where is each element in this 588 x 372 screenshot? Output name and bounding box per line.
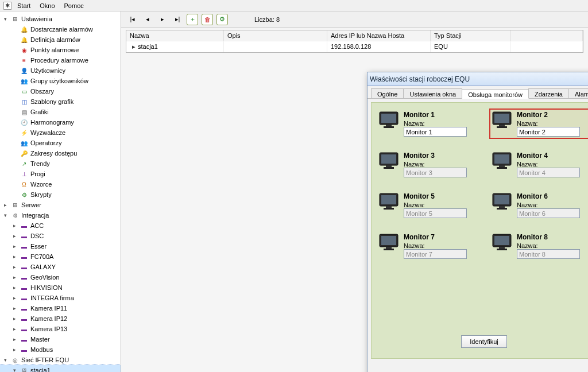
svg-rect-1 (381, 114, 396, 123)
twisty-icon[interactable]: ▸ (11, 243, 18, 250)
tree-item[interactable]: ↗Trendy (0, 158, 121, 169)
tree-item[interactable]: ΩWzorce (0, 179, 121, 189)
tree-sidebar[interactable]: ▾ 🖥 Ustawienia 🔔Dostarczanie alarmów🔔Def… (0, 11, 121, 372)
tree-ustawienia[interactable]: ▾ 🖥 Ustawienia (0, 14, 121, 24)
nav-last-button[interactable]: ▸| (172, 14, 183, 25)
tab-ustawienia-okna[interactable]: Ustawienia okna (403, 88, 462, 98)
monitor-3[interactable]: Monitor 3 Nazwa: (376, 149, 479, 180)
monitor-5[interactable]: Monitor 5 Nazwa: (376, 190, 479, 220)
tree-item[interactable]: ⊥Progi (0, 169, 121, 179)
tree-item[interactable]: ⚙Skrypty (0, 189, 121, 200)
tree-item[interactable]: 🔔Definicja alarmów (0, 34, 121, 45)
tree-item[interactable]: 👤Użytkownicy (0, 65, 121, 76)
tab-obsluga-monitorow[interactable]: Obsługa monitorów (462, 89, 529, 99)
monitor-name-input (517, 168, 580, 177)
twisty-icon[interactable]: ▸ (11, 316, 18, 322)
menu-pomoc[interactable]: Pomoc (61, 1, 87, 10)
settings-button[interactable]: ⚙ (216, 14, 228, 25)
nav-first-button[interactable]: |◂ (127, 14, 138, 25)
monitor-2[interactable]: Monitor 2 Nazwa: (489, 108, 588, 139)
tree-item[interactable]: 🔑Zakresy dostępu (0, 148, 121, 158)
server-icon: 🖥 (10, 200, 20, 210)
tree-item[interactable]: 👥Operatorzy (0, 138, 121, 148)
tree-label: GeoVision (30, 274, 60, 281)
twisty-icon[interactable]: ▾ (2, 212, 9, 219)
monitor-name-input[interactable] (404, 127, 467, 137)
tree-integracja[interactable]: ▾ ⚙ Integracja (0, 210, 121, 220)
tree-item[interactable]: ⚡Wyzwalacze (0, 127, 121, 138)
tree-item[interactable]: ▸▬GeoVision (0, 272, 121, 282)
twisty-icon[interactable]: ▸ (11, 285, 18, 291)
monitor-name-input[interactable] (517, 127, 580, 137)
svg-rect-3 (384, 126, 394, 128)
tree-item[interactable]: ▸▬Kamera IP11 (0, 303, 121, 313)
add-button[interactable]: ＋ (187, 14, 198, 25)
twisty-icon[interactable]: ▾ (2, 357, 9, 363)
dialog-title: Właściwości stacji roboczej EQU (370, 75, 470, 83)
tree-item[interactable]: 👥Grupy użytkowników (0, 76, 121, 86)
tree-item[interactable]: ▤Grafiki (0, 107, 121, 117)
monitor-6[interactable]: Monitor 6 Nazwa: (489, 190, 588, 220)
twisty-icon[interactable]: ▾ (11, 367, 18, 373)
tree-item[interactable]: 🕘Harmonogramy (0, 117, 121, 127)
twisty-icon[interactable]: ▸ (2, 202, 9, 208)
tree-item-icon: ⊥ (20, 169, 29, 179)
twisty-icon[interactable]: ▸ (11, 336, 18, 343)
monitor-icon (492, 233, 512, 251)
tree-item[interactable]: ▸▬Esser (0, 241, 121, 251)
tree-item[interactable]: ▸▬ACC (0, 220, 121, 231)
tree-item[interactable]: ≡Procedury alarmowe (0, 55, 121, 65)
monitor-1[interactable]: Monitor 1 Nazwa: (376, 108, 479, 139)
twisty-icon[interactable]: ▸ (11, 326, 18, 332)
integration-icon: ⚙ (10, 211, 20, 220)
grid-row[interactable]: ▸stacja1 192.168.0.128 EQU (126, 41, 583, 52)
twisty-icon[interactable]: ▸ (11, 223, 18, 229)
menu-start[interactable]: Start (14, 1, 34, 10)
twisty-icon[interactable]: ▸ (11, 347, 18, 353)
monitor-7[interactable]: Monitor 7 Nazwa: (376, 231, 479, 261)
col-header[interactable]: Typ Stacji (431, 30, 511, 41)
tree-label: Master (30, 336, 50, 343)
tree-item[interactable]: ▸▬HIKVISION (0, 282, 121, 293)
tree-item[interactable]: ▸▬Master (0, 334, 121, 344)
tab-alarmy[interactable]: Alarmy (568, 88, 588, 98)
tree-item[interactable]: ▸▬FC700A (0, 251, 121, 262)
station-grid[interactable]: Nazwa Opis Adres IP lub Nazwa Hosta Typ … (126, 30, 583, 53)
tree-item[interactable]: ▸▬INTEGRA firma (0, 293, 121, 303)
twisty-icon[interactable]: ▸ (11, 264, 18, 270)
twisty-icon[interactable]: ▸ (11, 274, 18, 281)
dialog-titlebar[interactable]: Właściwości stacji roboczej EQU ✕ (368, 72, 588, 86)
monitor-4[interactable]: Monitor 4 Nazwa: (489, 149, 588, 180)
tree-item[interactable]: 🔔Dostarczanie alarmów (0, 24, 121, 34)
col-header[interactable]: Nazwa (126, 30, 224, 41)
module-icon: ▬ (20, 252, 29, 261)
col-header[interactable]: Adres IP lub Nazwa Hosta (327, 30, 431, 41)
nav-prev-button[interactable]: ◂ (142, 14, 153, 25)
tree-serwer[interactable]: ▸ 🖥 Serwer (0, 200, 121, 210)
monitor-icon (378, 192, 399, 211)
tree-item[interactable]: ▸▬Kamera IP13 (0, 324, 121, 334)
delete-button[interactable]: 🗑 (202, 14, 213, 25)
tree-siec[interactable]: ▾ ◎ Sieć IFTER EQU (0, 355, 121, 365)
col-header[interactable]: Opis (224, 30, 327, 41)
tree-item[interactable]: ▸▬DSC (0, 231, 121, 241)
monitor-8[interactable]: Monitor 8 Nazwa: (489, 231, 588, 261)
tab-ogolne[interactable]: Ogólne (371, 88, 404, 98)
nav-next-button[interactable]: ▸ (157, 14, 168, 25)
twisty-icon[interactable]: ▸ (11, 254, 18, 260)
twisty-icon[interactable]: ▸ (11, 305, 18, 312)
twisty-icon[interactable]: ▸ (11, 233, 18, 239)
tree-item[interactable]: ◫Szablony grafik (0, 96, 121, 107)
svg-rect-18 (386, 206, 392, 208)
identify-button[interactable]: Identyfikuj (461, 335, 507, 348)
tree-item[interactable]: ▸▬Kamera IP12 (0, 313, 121, 324)
tab-zdarzenia[interactable]: Zdarzenia (528, 88, 569, 98)
tree-item[interactable]: ◉Punkty alarmowe (0, 45, 121, 55)
tree-stacja1[interactable]: ▾ 🖥 stacja1 (0, 365, 121, 372)
tree-item[interactable]: ▸▬GALAXY (0, 262, 121, 272)
menu-okno[interactable]: Okno (36, 1, 58, 10)
tree-item[interactable]: ▸▬Modbus (0, 344, 121, 355)
twisty-icon[interactable]: ▸ (11, 295, 18, 301)
twisty-icon[interactable]: ▾ (2, 16, 9, 22)
tree-item[interactable]: ▭Obszary (0, 86, 121, 96)
